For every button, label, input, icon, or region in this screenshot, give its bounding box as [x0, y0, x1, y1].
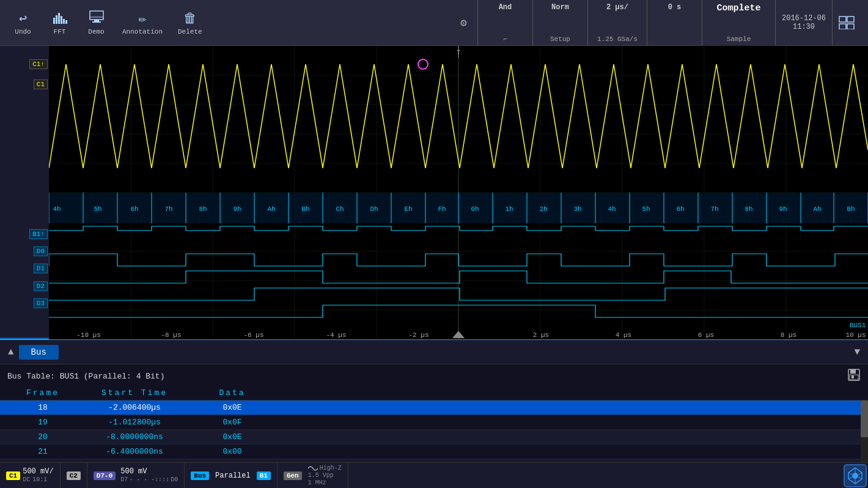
svg-text:Ah: Ah: [267, 205, 275, 213]
time-offset-panel[interactable]: 0 s: [647, 0, 702, 46]
waveform-svg: T 4h 5h 6h 7h 8h 9h Ah: [49, 46, 868, 339]
start-cell: -6.4000000ns: [73, 447, 196, 456]
c1-dc: DC: [23, 476, 30, 484]
c2-status[interactable]: C2: [61, 463, 87, 488]
delete-label: Delete: [178, 28, 202, 35]
time-div-value: 2 µs/: [606, 3, 628, 12]
bus-tab-bar: ▲ Bus ▼: [0, 339, 868, 364]
channel-labels: C1↑ C1 B1↑ D0 D1 D2 D3: [0, 46, 49, 339]
col-data-header: Data: [196, 388, 269, 397]
svg-text:Eh: Eh: [404, 205, 412, 213]
annotation-icon: ✏: [138, 10, 146, 27]
frame-cell: 20: [12, 432, 73, 442]
c1-ratio: 10:1: [32, 476, 47, 484]
waveform-icon: [308, 465, 318, 472]
svg-rect-8: [92, 21, 101, 23]
svg-rect-4: [63, 19, 65, 24]
network-panel[interactable]: [832, 0, 862, 46]
data-cell: 0x0F: [196, 418, 269, 427]
time-offset-value: 0 s: [668, 3, 682, 12]
svg-text:6 µs: 6 µs: [698, 331, 714, 339]
scroll-down-button[interactable]: ▼: [849, 344, 865, 360]
ch1s-label: C1↑: [29, 59, 48, 69]
time-div-panel[interactable]: 2 µs/ 1.25 GSa/s: [587, 0, 647, 46]
scrollbar-thumb[interactable]: [861, 401, 868, 437]
date-value: 2016-12-06: [782, 14, 826, 23]
bus-status[interactable]: Bus Parallel B1: [185, 463, 278, 488]
scope-section: C1↑ C1 B1↑ D0 D1 D2 D3: [0, 46, 868, 338]
time-value: 11:30: [793, 23, 815, 31]
bus-tab[interactable]: Bus: [19, 345, 59, 360]
data-cell: 0x0E: [196, 403, 269, 412]
start-cell: -2.006400µs: [73, 403, 196, 412]
sample-label: Sample: [727, 35, 751, 43]
svg-text:Dh: Dh: [370, 205, 378, 213]
svg-text:Ch: Ch: [336, 205, 344, 213]
d7-value: 500 mV: [120, 467, 178, 476]
table-row[interactable]: 18 -2.006400µs 0x0E: [0, 401, 868, 415]
svg-text:Bh: Bh: [301, 205, 309, 213]
frame-cell: 18: [12, 403, 73, 412]
undo-label: Undo: [15, 28, 31, 35]
col-frame-header: Frame: [12, 388, 73, 397]
svg-rect-5: [65, 20, 67, 24]
logic-panel[interactable]: And ⌐: [477, 0, 532, 46]
start-cell: -1.012800µs: [73, 418, 196, 427]
svg-text:4h: 4h: [608, 205, 616, 213]
demo-button[interactable]: Demo: [79, 3, 113, 43]
d2-label: D2: [34, 281, 48, 291]
table-row[interactable]: 20 -8.0000000ns 0x0E: [0, 430, 868, 445]
table-title-row: Bus Table: BUS1 (Parallel: 4 Bit): [0, 364, 868, 386]
fft-button[interactable]: FFT: [43, 3, 76, 43]
fft-label: FFT: [54, 28, 66, 35]
annotation-button[interactable]: ✏ Annotation: [116, 3, 169, 43]
d7-sub: D7: [120, 476, 128, 484]
b1-badge: B1: [257, 471, 271, 480]
d0-sub: D0: [171, 476, 178, 484]
norm-panel[interactable]: Norm Setup: [532, 0, 587, 46]
svg-text:1h: 1h: [505, 205, 513, 213]
logic-value: And: [499, 3, 512, 12]
settings-button[interactable]: ⚙: [453, 12, 474, 34]
demo-icon: [89, 10, 104, 27]
ch1-label: C1: [34, 79, 48, 89]
svg-text:8h: 8h: [199, 205, 207, 213]
d7-0-status[interactable]: D7-0 500 mV D7 ‐ ‐ ‐ ‐↕↕↕↕ D0: [87, 463, 185, 488]
delete-button[interactable]: 🗑 Delete: [172, 3, 208, 43]
table-column-headers: Frame Start Time Data: [0, 386, 868, 401]
d7-0-badge: D7-0: [94, 471, 116, 480]
svg-text:-2 µs: -2 µs: [408, 331, 428, 339]
c1-status[interactable]: C1 500 mV/ DC 10:1: [0, 463, 61, 488]
scroll-up-button[interactable]: ▲: [3, 344, 19, 360]
frame-cell: 19: [12, 418, 73, 427]
gen-val: 1.5 Vpp: [308, 472, 342, 479]
c2-badge: C2: [67, 471, 81, 480]
start-cell: -8.0000000ns: [73, 432, 196, 442]
svg-rect-10: [839, 17, 846, 22]
svg-rect-7: [94, 20, 99, 21]
svg-rect-13: [847, 24, 854, 29]
main-layout: C1↑ C1 B1↑ D0 D1 D2 D3: [0, 46, 868, 488]
high-z-label: High-Z: [320, 465, 342, 472]
table-row[interactable]: 19 -1.012800µs 0x0F: [0, 415, 868, 430]
svg-text:-10 µs: -10 µs: [76, 331, 101, 339]
save-button[interactable]: [847, 368, 861, 385]
svg-rect-3: [61, 16, 62, 24]
save-icon: [847, 368, 861, 382]
d3-label: D3: [34, 298, 48, 308]
table-row[interactable]: 21 -6.4000000ns 0x00: [0, 445, 868, 459]
svg-text:8 µs: 8 µs: [781, 331, 796, 339]
svg-rect-0: [53, 18, 55, 24]
svg-text:9h: 9h: [779, 205, 787, 213]
undo-button[interactable]: ↩ Undo: [6, 3, 40, 43]
svg-text:6h: 6h: [130, 205, 138, 213]
svg-text:2h: 2h: [539, 205, 547, 213]
gen-status[interactable]: Gen High-Z 1.5 Vpp 1 MHz: [278, 463, 348, 488]
svg-text:2 µs: 2 µs: [533, 331, 549, 339]
complete-panel[interactable]: Complete Sample: [702, 0, 775, 46]
svg-text:-8 µs: -8 µs: [161, 331, 181, 339]
gen-badge: Gen: [284, 471, 302, 480]
delete-icon: 🗑: [183, 10, 197, 27]
svg-rect-11: [847, 17, 854, 22]
svg-text:4 µs: 4 µs: [616, 331, 631, 339]
